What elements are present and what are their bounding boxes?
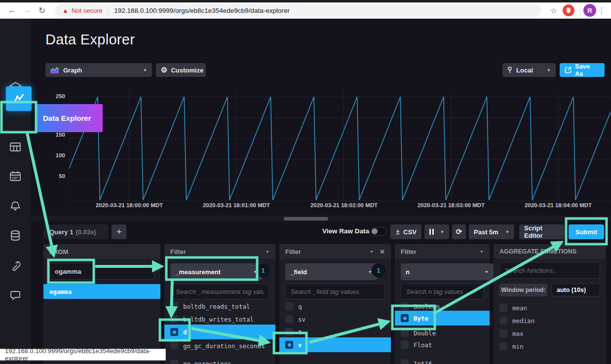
profile-avatar[interactable]: R	[583, 4, 596, 17]
tag-key-dropdown-field[interactable]: _field ▼	[285, 263, 377, 280]
checkbox-icon[interactable]	[401, 329, 409, 337]
measurement-item[interactable]: boltdb_writes_total	[164, 313, 275, 326]
checkbox-icon[interactable]	[170, 342, 178, 350]
x-tick-2: 2020-03-21 18:02:00 MDT	[295, 202, 393, 208]
submit-button[interactable]: Submit	[569, 224, 604, 239]
sidebar-item-feedback[interactable]	[5, 286, 25, 305]
n-search-input[interactable]	[401, 284, 484, 299]
filter-header-label: Filter	[401, 248, 417, 255]
x-tick-4: 2020-03-21 18:04:00 MDT	[509, 202, 608, 208]
functions-search-input[interactable]	[499, 262, 600, 279]
checkbox-icon[interactable]	[401, 341, 409, 349]
sidebar-item-settings[interactable]	[5, 256, 25, 276]
checkbox-icon[interactable]	[285, 302, 293, 310]
refresh-icon: ⟳	[456, 227, 462, 236]
checkbox-icon[interactable]	[499, 329, 507, 337]
checkbox-checked-icon[interactable]	[401, 314, 409, 322]
address-bar[interactable]: ▲ Not secure | 192.168.0.100:9999/orgs/e…	[55, 4, 541, 17]
field-item[interactable]: q	[279, 300, 391, 313]
bucket-item-selected[interactable]: ogamma	[43, 284, 160, 299]
checkbox-icon[interactable]	[499, 317, 507, 325]
checkbox-icon[interactable]	[401, 302, 409, 310]
tag-key-dropdown-n[interactable]: n ▼	[401, 263, 494, 280]
query-tab-duration: (0.03s)	[76, 228, 96, 236]
sidebar-item-dashboards[interactable]	[5, 137, 25, 157]
function-label: max	[512, 330, 524, 337]
function-item[interactable]: median	[494, 314, 606, 327]
status-bar-link-preview: 192.168.0.100:9999/orgs/eb8c1e354ede9cb9…	[0, 349, 166, 361]
checkbox-icon[interactable]	[285, 315, 293, 323]
download-icon	[395, 228, 400, 235]
measurement-item[interactable]: boltdb_reads_total	[164, 300, 275, 313]
filter-panel-header[interactable]: Filter ▼	[164, 244, 275, 259]
n-item-selected[interactable]: Byte	[395, 311, 490, 326]
checkbox-icon[interactable]	[170, 302, 178, 310]
measurement-item[interactable]: go_gc_duration_seconds	[164, 339, 275, 352]
field-item[interactable]: sv	[279, 313, 391, 326]
chevron-down-icon: ▼	[485, 270, 489, 274]
field-search-input[interactable]	[285, 284, 385, 299]
view-raw-data-toggle[interactable]	[370, 227, 387, 236]
nav-tooltip: Data Explorer	[37, 104, 103, 132]
adblock-extension-icon[interactable]	[563, 4, 574, 16]
function-label: median	[512, 317, 535, 325]
visualization-type-dropdown[interactable]: Graph ▼	[45, 63, 152, 77]
save-as-button[interactable]: Save As	[560, 63, 605, 77]
sidebar-item-tasks[interactable]	[5, 167, 25, 186]
bookmark-star-icon[interactable]: ☆	[547, 6, 560, 15]
pause-button[interactable]: ▼	[424, 224, 449, 239]
checkbox-icon[interactable]	[499, 342, 507, 350]
selected-count-badge: 1	[372, 263, 385, 277]
filter-panel-header[interactable]: Filter ▼	[395, 244, 490, 259]
reload-icon[interactable]: ↻	[35, 5, 49, 16]
field-item[interactable]: t	[279, 326, 391, 338]
field-item-selected[interactable]: v	[279, 337, 391, 352]
n-item[interactable]: Float	[395, 338, 490, 351]
checkbox-icon[interactable]	[170, 315, 178, 323]
checkbox-checked-icon[interactable]	[285, 341, 293, 349]
browser-menu-icon[interactable]: ⋮	[596, 6, 607, 15]
n-item[interactable]: Double	[395, 327, 490, 339]
bucket-search-input[interactable]	[49, 263, 154, 280]
add-query-button[interactable]: +	[112, 224, 126, 239]
filter-header-label: Filter	[170, 248, 186, 255]
url-text[interactable]: 192.168.0.100:9999/orgs/eb8c1e354ede9cb9…	[114, 7, 290, 14]
timezone-dropdown[interactable]: Local ▼	[502, 63, 556, 77]
gear-icon: ⚙	[161, 66, 167, 74]
forward-icon[interactable]: →	[20, 5, 35, 15]
query-tab[interactable]: Query 1 (0.03s)	[43, 224, 108, 239]
back-icon[interactable]: ←	[5, 5, 20, 15]
refresh-button[interactable]: ⟳	[452, 224, 466, 239]
toolbar-divider	[580, 5, 580, 15]
tag-key-dropdown-measurement[interactable]: _measurement ▼	[170, 263, 262, 280]
function-item[interactable]: min	[494, 340, 606, 353]
measurement-item-selected[interactable]: d	[164, 325, 275, 339]
window-period-input[interactable]	[551, 284, 600, 296]
not-secure-warning-icon: ▲	[62, 7, 69, 14]
field-label: v	[298, 341, 302, 349]
csv-download-button[interactable]: CSV	[390, 224, 421, 239]
field-label: q	[298, 303, 302, 310]
checkbox-icon[interactable]	[499, 304, 507, 312]
customize-button[interactable]: ⚙ Customize	[156, 63, 206, 77]
function-item[interactable]: max	[494, 327, 606, 340]
filter-panel-header[interactable]: Filter ▼ ✕	[279, 244, 391, 259]
sidebar-item-alerts[interactable]	[5, 196, 25, 216]
measurement-search-input[interactable]	[170, 284, 269, 299]
checkbox-icon[interactable]	[170, 360, 178, 364]
not-secure-label[interactable]: Not secure	[72, 7, 103, 14]
checkbox-icon[interactable]	[285, 328, 293, 336]
close-icon[interactable]: ✕	[380, 248, 385, 255]
filter-measurement-panel: Filter ▼ _measurement ▼ 1 boltdb_reads_t…	[164, 244, 275, 364]
checkbox-icon[interactable]	[401, 360, 409, 364]
measurement-item[interactable]: go_goroutines	[164, 357, 275, 364]
script-editor-button[interactable]: Script Editor	[519, 224, 564, 239]
chart-scrollbar-thumb[interactable]	[284, 217, 328, 220]
checkbox-checked-icon[interactable]	[170, 328, 178, 336]
sidebar-item-data-explorer[interactable]	[6, 86, 32, 111]
n-item[interactable]: Int16	[395, 357, 490, 364]
time-range-label: Past 5m	[474, 228, 498, 236]
function-item[interactable]: mean	[494, 301, 606, 314]
time-range-dropdown[interactable]: Past 5m ▼	[469, 224, 514, 239]
sidebar-item-load-data[interactable]	[5, 226, 25, 246]
